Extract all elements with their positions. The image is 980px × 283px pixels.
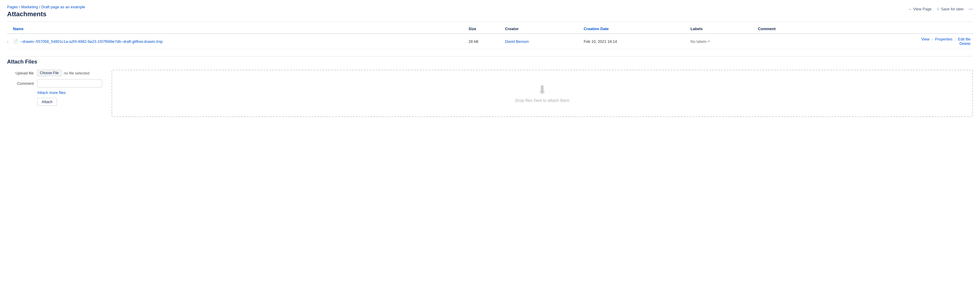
breadcrumb: Pages / Marketing / Draft page as an exa… <box>7 5 85 9</box>
no-file-text: no file selected <box>64 71 89 75</box>
labels-text: No labels <box>690 39 706 44</box>
comment-cell <box>758 34 818 49</box>
view-page-link[interactable]: ← View Page <box>908 7 932 11</box>
save-for-later-label: Save for later <box>941 7 964 11</box>
creation-date-cell: Feb 10, 2021 18:14 <box>584 34 690 49</box>
breadcrumb-draft-link[interactable]: Draft page as an example <box>41 5 85 9</box>
col-name[interactable]: Name <box>13 24 468 34</box>
file-name-cell: 📄 ~drawio~557058_54801c1a-a2f4-4982-9a23… <box>13 34 468 49</box>
upload-label: Upload file <box>7 71 33 75</box>
labels-cell: No labels ✏ <box>690 34 758 49</box>
arrow-left-icon: ← <box>908 7 912 11</box>
attach-form: Upload file Choose File no file selected… <box>7 70 102 117</box>
file-input-wrapper: Choose File no file selected <box>37 70 89 76</box>
breadcrumb-sep-2: / <box>39 5 41 9</box>
header-actions: ← View Page ☆ Save for later ··· <box>908 5 973 12</box>
expand-col-header <box>7 24 13 34</box>
col-labels: Labels <box>690 24 758 34</box>
breadcrumb-sep-1: / <box>19 5 21 9</box>
edit-file-link[interactable]: Edit file <box>958 37 970 42</box>
attach-files-section: Attach Files Upload file Choose File no … <box>7 59 973 117</box>
title-section: Pages / Marketing / Draft page as an exa… <box>7 5 85 18</box>
edit-labels-icon[interactable]: ✏ <box>708 39 711 43</box>
attach-files-title: Attach Files <box>7 59 973 65</box>
properties-link[interactable]: Properties <box>935 37 952 42</box>
choose-file-button[interactable]: Choose File <box>37 70 61 76</box>
save-for-later-link[interactable]: ☆ Save for later <box>936 7 964 11</box>
col-creator: Creator <box>505 24 584 34</box>
view-page-label: View Page <box>913 7 932 11</box>
more-options-icon[interactable]: ··· <box>969 6 973 12</box>
col-size: Size <box>468 24 505 34</box>
row-actions-cell: View | Properties | Edit file Delete <box>818 34 973 49</box>
file-size-cell: 28 kB <box>468 34 505 49</box>
action-sep-1: | <box>932 37 932 42</box>
attachments-table: Name Size Creator Creation Date Labels C… <box>7 24 973 49</box>
attach-more-files-link[interactable]: Attach more files <box>37 90 102 95</box>
section-divider <box>7 56 973 56</box>
drop-zone-text: Drop files here to attach them <box>515 98 570 103</box>
col-creation-date[interactable]: Creation Date <box>584 24 690 34</box>
action-sep-2: | <box>955 37 956 42</box>
breadcrumb-pages-link[interactable]: Pages <box>7 5 18 9</box>
creator-link[interactable]: David Benson <box>505 39 529 44</box>
star-icon: ☆ <box>936 7 940 11</box>
page-wrapper: Pages / Marketing / Draft page as an exa… <box>0 0 980 122</box>
drop-arrow-icon: ⬇ <box>537 84 547 96</box>
page-title: Attachments <box>7 10 85 18</box>
breadcrumb-marketing-link[interactable]: Marketing <box>21 5 38 9</box>
table-header-row: Name Size Creator Creation Date Labels C… <box>7 24 973 34</box>
upload-file-row: Upload file Choose File no file selected <box>7 70 102 76</box>
drop-zone[interactable]: ⬇ Drop files here to attach them <box>111 70 973 117</box>
file-name-link[interactable]: ~drawio~557058_54801c1a-a2f4-4982-9a23-1… <box>21 39 163 44</box>
header-row: Pages / Marketing / Draft page as an exa… <box>7 5 973 18</box>
view-file-link[interactable]: View <box>921 37 929 42</box>
file-doc-icon: 📄 <box>13 39 18 44</box>
attach-button[interactable]: Attach <box>37 98 57 106</box>
comment-label: Comment <box>7 81 33 86</box>
col-actions <box>818 24 973 34</box>
attach-files-body: Upload file Choose File no file selected… <box>7 70 973 117</box>
table-row: › 📄 ~drawio~557058_54801c1a-a2f4-4982-9a… <box>7 34 973 49</box>
creator-cell: David Benson <box>505 34 584 49</box>
comment-row: Comment <box>7 79 102 88</box>
row-expand-chevron[interactable]: › <box>7 34 13 49</box>
delete-link[interactable]: Delete <box>959 42 970 46</box>
col-comment: Comment <box>758 24 818 34</box>
comment-input[interactable] <box>37 79 102 88</box>
